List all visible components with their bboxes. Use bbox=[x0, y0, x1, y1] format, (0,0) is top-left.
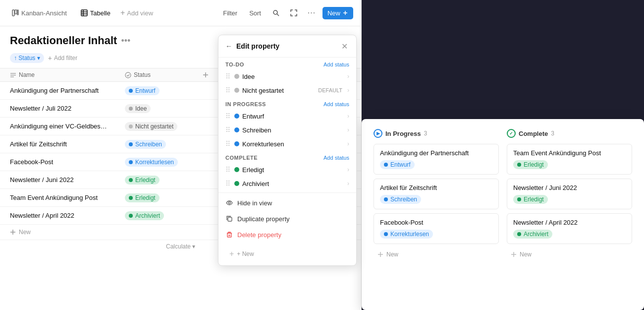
svg-point-7 bbox=[273, 10, 277, 14]
property-name: Archiviert bbox=[234, 180, 344, 187]
cell-status: Schreiben bbox=[119, 139, 198, 149]
svg-rect-1 bbox=[15, 10, 17, 14]
page-menu-dots[interactable]: ••• bbox=[121, 36, 130, 46]
kanban-col-title: Complete bbox=[519, 130, 548, 137]
status-badge: Nicht gestartet bbox=[125, 122, 177, 131]
status-badge: Erledigt bbox=[125, 176, 160, 185]
kanban-add-new-in-progress[interactable]: New bbox=[374, 248, 499, 261]
drag-handle: ⠿ bbox=[225, 112, 231, 120]
section-label: To-do Add status bbox=[218, 58, 356, 69]
status-dot bbox=[129, 142, 133, 146]
tab-table[interactable]: Tabelle bbox=[77, 7, 114, 19]
kanban-card-status: Schreiben bbox=[380, 195, 421, 204]
delete-property-action[interactable]: Delete property bbox=[218, 227, 356, 243]
kanban-card[interactable]: Artikel für Zeitschrift Schreiben bbox=[374, 179, 499, 209]
panel-divider bbox=[218, 192, 356, 193]
status-badge: Idee bbox=[125, 104, 151, 113]
property-name: Schreiben bbox=[234, 126, 344, 134]
more-icon-button[interactable]: ··· bbox=[305, 6, 319, 20]
new-button[interactable]: New bbox=[322, 7, 353, 19]
property-dot bbox=[234, 141, 239, 146]
kanban-card-title: Newsletter / Juni 2022 bbox=[513, 184, 626, 191]
cell-name: Newsletter / April 2022 bbox=[0, 212, 119, 219]
panel-new-btn[interactable]: + + New bbox=[225, 247, 349, 261]
cell-name: Facebook-Post bbox=[0, 158, 119, 166]
add-filter-button[interactable]: + Add filter bbox=[48, 54, 78, 62]
default-badge: DEFAULT bbox=[318, 87, 342, 93]
chevron-right-icon: › bbox=[347, 73, 349, 80]
kanban-card[interactable]: Ankündigung der Partnerschaft Entwurf bbox=[374, 144, 499, 175]
property-item[interactable]: ⠿ Idee › bbox=[218, 69, 356, 83]
edit-property-panel: ← Edit property ✕ To-do Add status ⠿ Ide… bbox=[218, 35, 357, 266]
kanban-col-header-in-progress: ▶ In Progress 3 bbox=[374, 129, 499, 138]
kanban-card[interactable]: Team Event Ankündigung Post Erledigt bbox=[507, 144, 632, 175]
search-icon-button[interactable] bbox=[269, 6, 283, 20]
property-dot bbox=[234, 181, 239, 186]
kanban-card[interactable]: Newsletter / April 2022 Archiviert bbox=[507, 213, 632, 244]
add-status-link[interactable]: Add status bbox=[323, 155, 349, 161]
drag-handle: ⠿ bbox=[225, 86, 231, 94]
eye-icon bbox=[225, 199, 233, 207]
drag-handle: ⠿ bbox=[225, 72, 231, 80]
kanban-card[interactable]: Facebook-Post Korrekturlesen bbox=[374, 213, 499, 244]
cell-status: Erledigt bbox=[119, 175, 198, 185]
toolbar: Kanban-Ansicht Tabelle + Add view Filter… bbox=[0, 0, 361, 26]
toolbar-right: Filter Sort ··· bbox=[219, 6, 353, 20]
kanban-col-complete: ✓ Complete 3 Team Event Ankündigung Post… bbox=[503, 129, 636, 300]
edit-panel-title: ← Edit property bbox=[225, 42, 279, 50]
kanban-card-title: Ankündigung der Partnerschaft bbox=[380, 149, 492, 157]
edit-panel-header: ← Edit property ✕ bbox=[218, 35, 356, 58]
svg-rect-0 bbox=[12, 10, 14, 16]
status-dot bbox=[129, 196, 133, 200]
add-status-link[interactable]: Add status bbox=[323, 101, 349, 107]
add-status-link[interactable]: Add status bbox=[323, 62, 349, 67]
property-item[interactable]: ⠿ Entwurf › bbox=[218, 109, 356, 123]
filter-button[interactable]: Filter bbox=[219, 7, 241, 19]
svg-rect-19 bbox=[227, 233, 231, 237]
status-badge: Archiviert bbox=[125, 211, 164, 220]
kanban-card-status: Erledigt bbox=[513, 160, 548, 169]
property-name: Entwurf bbox=[234, 113, 344, 120]
sort-button[interactable]: Sort bbox=[245, 7, 265, 19]
property-item[interactable]: ⠿ Korrekturlesen › bbox=[218, 137, 356, 151]
property-item[interactable]: ⠿ Erledigt › bbox=[218, 163, 356, 177]
status-dot bbox=[517, 197, 521, 201]
kanban-col-count: 3 bbox=[424, 130, 428, 137]
duplicate-property-action[interactable]: Duplicate property bbox=[218, 211, 356, 227]
col-add-button[interactable] bbox=[198, 71, 213, 78]
trash-icon bbox=[225, 231, 233, 239]
add-view-button[interactable]: + Add view bbox=[120, 8, 153, 17]
kanban-card-status: Korrekturlesen bbox=[380, 230, 433, 239]
back-arrow-button[interactable]: ← bbox=[225, 42, 232, 50]
svg-line-8 bbox=[277, 14, 279, 16]
kanban-col-title: In Progress bbox=[385, 130, 421, 137]
copy-icon bbox=[225, 215, 233, 223]
close-button[interactable]: ✕ bbox=[339, 41, 349, 51]
kanban-card-title: Newsletter / April 2022 bbox=[513, 219, 626, 226]
property-item[interactable]: ⠿ Schreiben › bbox=[218, 123, 356, 137]
drag-handle: ⠿ bbox=[225, 166, 231, 174]
property-dot bbox=[234, 74, 239, 79]
drag-handle: ⠿ bbox=[225, 140, 231, 148]
hide-in-view-action[interactable]: Hide in view bbox=[218, 195, 356, 211]
status-dot bbox=[129, 124, 133, 128]
status-dot bbox=[129, 178, 133, 182]
property-item[interactable]: ⠿ Nicht gestartet DEFAULT › bbox=[218, 83, 356, 97]
kanban-card[interactable]: Newsletter / Juni 2022 Erledigt bbox=[507, 179, 632, 209]
status-dot bbox=[517, 163, 521, 167]
property-item[interactable]: ⠿ Archiviert › bbox=[218, 177, 356, 190]
edit-panel-sections: To-do Add status ⠿ Idee › ⠿ Nicht gestar… bbox=[218, 58, 356, 190]
status-filter-chip[interactable]: ↑ Status ▾ bbox=[10, 53, 44, 63]
col-status-header[interactable]: Status bbox=[119, 71, 198, 78]
status-dot bbox=[129, 214, 133, 218]
kanban-add-new-complete[interactable]: New bbox=[507, 248, 632, 261]
status-badge: Korrekturlesen bbox=[125, 158, 178, 167]
tab-kanban[interactable]: Kanban-Ansicht bbox=[8, 7, 71, 19]
expand-icon-button[interactable] bbox=[287, 6, 301, 20]
cell-status: Entwurf bbox=[119, 86, 198, 95]
status-dot bbox=[384, 163, 388, 167]
cell-name: Artikel für Zeitschrift bbox=[0, 140, 119, 148]
cell-status: Idee bbox=[119, 104, 198, 113]
status-dot bbox=[129, 89, 133, 93]
panel-actions: Hide in view Duplicate property bbox=[218, 195, 356, 243]
